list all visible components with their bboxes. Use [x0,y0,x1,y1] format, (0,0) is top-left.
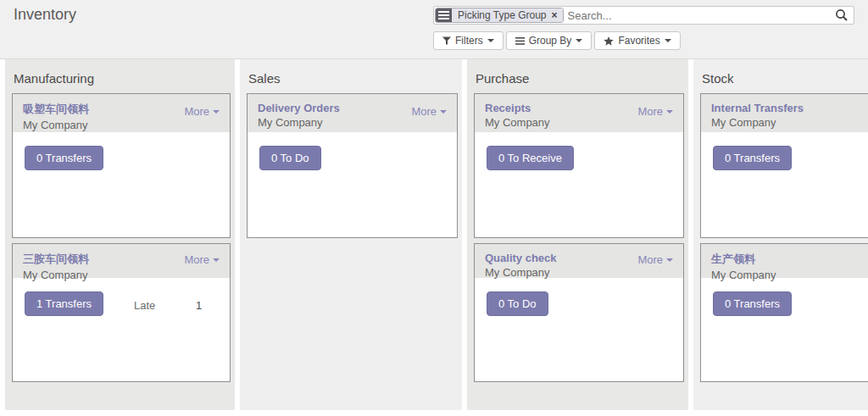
card-header: Quality check My Company More [475,244,683,278]
more-button-label: More [637,105,663,118]
kanban-card[interactable]: Delivery Orders My Company More 0 To Do [247,93,458,238]
card-body: 0 To Do [475,278,683,330]
card-company: My Company [485,266,673,279]
search-icon[interactable] [830,8,854,22]
kanban-column-sales: Sales Delivery Orders My Company More 0 … [240,59,462,410]
transfers-count-button[interactable]: 1 Transfers [25,291,103,316]
card-header: 生产领料 My Company [701,244,868,278]
card-header: 吸塑车间领料 My Company More [13,94,230,132]
card-title-link[interactable]: Internal Transfers [711,102,868,114]
kanban-card[interactable]: 三胺车间领料 My Company More 1 Transfers Late … [12,243,231,382]
card-body: 0 To Do [248,132,457,184]
card-body: 1 Transfers Late 1 [13,278,230,330]
search-bar[interactable]: Picking Type Group × [433,6,854,25]
filters-button-label: Filters [455,35,483,47]
receive-count-button[interactable]: 0 To Receive [487,146,574,170]
group-by-button-label: Group By [529,35,572,47]
more-button[interactable]: More [184,253,220,266]
card-company: My Company [711,116,868,129]
remove-facet-icon[interactable]: × [550,8,563,22]
transfers-count-button[interactable]: 0 Transfers [713,291,792,316]
column-title: Manufacturing [5,59,235,93]
more-button-label: More [184,253,209,266]
caret-down-icon [665,39,671,42]
kanban-card[interactable]: 生产领料 My Company 0 Transfers [700,243,868,382]
card-body: 0 Transfers [701,278,868,330]
filters-button[interactable]: Filters [433,31,504,50]
card-body: 0 Transfers [13,132,230,184]
caret-down-icon [666,258,673,262]
more-button[interactable]: More [411,105,447,118]
favorites-button-label: Favorites [618,35,659,47]
transfers-count-button[interactable]: 0 Transfers [713,146,792,170]
card-company: My Company [258,116,447,129]
favorites-button[interactable]: Favorites [594,31,680,50]
late-count: 1 [196,299,202,312]
card-header: Delivery Orders My Company More [248,94,457,132]
card-header: 三胺车间领料 My Company More [13,244,230,278]
more-button-label: More [184,105,209,118]
more-button[interactable]: More [637,105,673,118]
search-facet[interactable]: Picking Type Group × [435,8,564,23]
transfers-count-button[interactable]: 0 Transfers [25,146,103,170]
search-input[interactable] [568,9,830,22]
kanban-column-stock: Stock Internal Transfers My Company 0 Tr… [693,59,868,410]
kanban-column-manufacturing: Manufacturing 吸塑车间领料 My Company More 0 T… [5,59,235,410]
todo-count-button[interactable]: 0 To Do [487,291,548,316]
kanban-column-purchase: Purchase Receipts My Company More 0 To R… [467,59,688,410]
column-title: Sales [240,59,462,93]
group-by-button[interactable]: Group By [506,31,593,50]
caret-down-icon [576,39,582,42]
more-button[interactable]: More [637,253,673,266]
caret-down-icon [487,39,494,42]
card-title-link[interactable]: 生产领料 [711,252,868,267]
kanban-card[interactable]: 吸塑车间领料 My Company More 0 Transfers [12,93,231,238]
group-by-facet-icon [436,8,452,22]
card-body: 0 To Receive [475,132,683,184]
card-header: Receipts My Company More [475,94,683,132]
column-title: Purchase [467,59,688,93]
more-button-label: More [637,253,663,266]
group-by-icon [515,37,525,45]
search-toolbar: Filters Group By Favorites [433,31,681,50]
kanban-board: Manufacturing 吸塑车间领料 My Company More 0 T… [0,59,868,410]
search-facet-label: Picking Type Group [452,8,550,22]
todo-count-button[interactable]: 0 To Do [259,146,321,170]
card-company: My Company [23,119,220,131]
caret-down-icon [213,258,220,262]
column-title: Stock [693,59,868,93]
card-header: Internal Transfers My Company [701,94,868,132]
caret-down-icon [440,110,447,114]
top-bar: Inventory Picking Type Group × Filters [0,0,868,59]
late-label: Late [134,299,155,312]
filter-icon [442,36,451,45]
more-button[interactable]: More [184,105,220,118]
star-icon [604,36,614,46]
more-button-label: More [411,105,437,118]
caret-down-icon [213,110,220,114]
caret-down-icon [666,110,673,114]
page-title: Inventory [14,6,76,24]
kanban-card[interactable]: Receipts My Company More 0 To Receive [474,93,684,238]
card-company: My Company [485,116,673,129]
card-body: 0 Transfers [701,132,868,184]
kanban-card[interactable]: Quality check My Company More 0 To Do [474,243,684,382]
kanban-card[interactable]: Internal Transfers My Company 0 Transfer… [700,93,868,238]
